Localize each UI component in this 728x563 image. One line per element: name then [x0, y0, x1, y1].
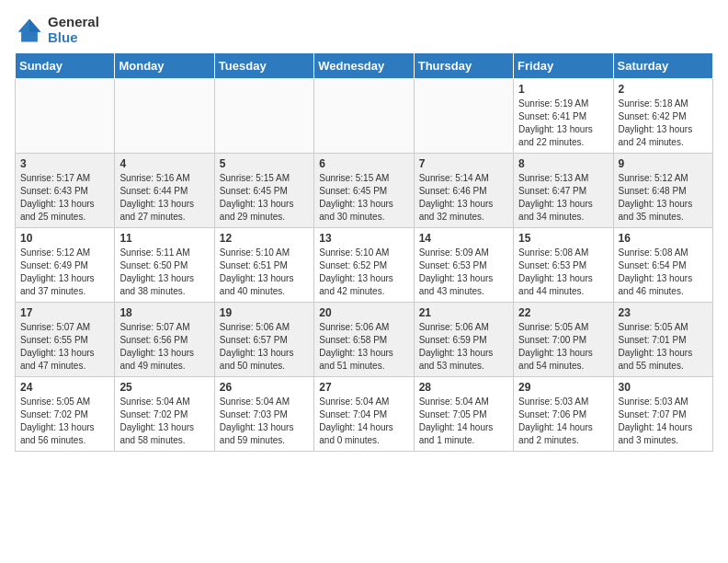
calendar-table: SundayMondayTuesdayWednesdayThursdayFrid…	[15, 52, 713, 452]
col-header-friday: Friday	[514, 53, 613, 79]
calendar-week-5: 24Sunrise: 5:05 AM Sunset: 7:02 PM Dayli…	[16, 377, 713, 452]
calendar-cell: 8Sunrise: 5:13 AM Sunset: 6:47 PM Daylig…	[514, 154, 613, 228]
calendar-cell: 9Sunrise: 5:12 AM Sunset: 6:48 PM Daylig…	[613, 154, 712, 228]
day-info: Sunrise: 5:12 AM Sunset: 6:48 PM Dayligh…	[619, 172, 708, 224]
day-number: 16	[619, 232, 708, 245]
col-header-wednesday: Wednesday	[314, 53, 414, 79]
day-info: Sunrise: 5:15 AM Sunset: 6:45 PM Dayligh…	[319, 172, 408, 224]
day-number: 15	[518, 232, 608, 245]
day-number: 22	[518, 306, 608, 319]
calendar-week-1: 1Sunrise: 5:19 AM Sunset: 6:41 PM Daylig…	[16, 79, 713, 154]
day-number: 13	[319, 232, 408, 245]
day-number: 11	[119, 232, 209, 245]
svg-marker-1	[29, 18, 40, 31]
day-number: 23	[619, 306, 708, 319]
calendar-cell: 17Sunrise: 5:07 AM Sunset: 6:55 PM Dayli…	[16, 303, 115, 377]
day-number: 28	[419, 381, 508, 394]
col-header-sunday: Sunday	[16, 53, 115, 79]
day-info: Sunrise: 5:04 AM Sunset: 7:02 PM Dayligh…	[119, 396, 209, 447]
calendar-cell: 2Sunrise: 5:18 AM Sunset: 6:42 PM Daylig…	[613, 79, 712, 154]
day-info: Sunrise: 5:10 AM Sunset: 6:51 PM Dayligh…	[220, 247, 309, 298]
day-number: 26	[220, 381, 309, 394]
day-info: Sunrise: 5:18 AM Sunset: 6:42 PM Dayligh…	[619, 98, 708, 149]
calendar-cell: 5Sunrise: 5:15 AM Sunset: 6:45 PM Daylig…	[214, 154, 313, 228]
calendar-cell: 13Sunrise: 5:10 AM Sunset: 6:52 PM Dayli…	[314, 228, 414, 303]
day-info: Sunrise: 5:06 AM Sunset: 6:58 PM Dayligh…	[319, 321, 408, 373]
day-number: 19	[220, 306, 309, 319]
day-number: 7	[419, 157, 508, 170]
day-number: 17	[20, 306, 109, 319]
day-info: Sunrise: 5:17 AM Sunset: 6:43 PM Dayligh…	[20, 172, 109, 224]
calendar-cell	[16, 79, 115, 154]
day-info: Sunrise: 5:03 AM Sunset: 7:07 PM Dayligh…	[619, 396, 708, 447]
day-number: 12	[220, 232, 309, 245]
day-number: 2	[619, 83, 708, 96]
calendar-cell	[115, 79, 214, 154]
day-info: Sunrise: 5:14 AM Sunset: 6:46 PM Dayligh…	[419, 172, 508, 224]
day-number: 24	[20, 381, 109, 394]
day-info: Sunrise: 5:12 AM Sunset: 6:49 PM Dayligh…	[20, 247, 109, 298]
day-number: 1	[518, 83, 608, 96]
calendar-week-2: 3Sunrise: 5:17 AM Sunset: 6:43 PM Daylig…	[16, 154, 713, 228]
day-number: 20	[319, 306, 408, 319]
day-info: Sunrise: 5:16 AM Sunset: 6:44 PM Dayligh…	[119, 172, 209, 224]
day-info: Sunrise: 5:08 AM Sunset: 6:54 PM Dayligh…	[619, 247, 708, 298]
calendar-cell: 14Sunrise: 5:09 AM Sunset: 6:53 PM Dayli…	[414, 228, 513, 303]
day-number: 10	[20, 232, 109, 245]
calendar-cell: 4Sunrise: 5:16 AM Sunset: 6:44 PM Daylig…	[115, 154, 214, 228]
day-number: 6	[319, 157, 408, 170]
calendar-cell: 29Sunrise: 5:03 AM Sunset: 7:06 PM Dayli…	[514, 377, 613, 452]
day-number: 25	[119, 381, 209, 394]
day-info: Sunrise: 5:11 AM Sunset: 6:50 PM Dayligh…	[119, 247, 209, 298]
day-info: Sunrise: 5:15 AM Sunset: 6:45 PM Dayligh…	[220, 172, 309, 224]
day-number: 18	[119, 306, 209, 319]
day-number: 4	[119, 157, 209, 170]
calendar-cell: 21Sunrise: 5:06 AM Sunset: 6:59 PM Dayli…	[414, 303, 513, 377]
calendar-week-4: 17Sunrise: 5:07 AM Sunset: 6:55 PM Dayli…	[16, 303, 713, 377]
day-number: 9	[619, 157, 708, 170]
day-info: Sunrise: 5:06 AM Sunset: 6:59 PM Dayligh…	[419, 321, 508, 373]
calendar-cell: 22Sunrise: 5:05 AM Sunset: 7:00 PM Dayli…	[514, 303, 613, 377]
day-info: Sunrise: 5:13 AM Sunset: 6:47 PM Dayligh…	[518, 172, 608, 224]
day-info: Sunrise: 5:10 AM Sunset: 6:52 PM Dayligh…	[319, 247, 408, 298]
calendar-cell: 7Sunrise: 5:14 AM Sunset: 6:46 PM Daylig…	[414, 154, 513, 228]
logo: General Blue	[15, 15, 99, 45]
calendar-cell: 25Sunrise: 5:04 AM Sunset: 7:02 PM Dayli…	[115, 377, 214, 452]
col-header-saturday: Saturday	[613, 53, 712, 79]
page-header: General Blue	[15, 15, 713, 45]
day-info: Sunrise: 5:04 AM Sunset: 7:03 PM Dayligh…	[220, 396, 309, 447]
calendar-cell: 28Sunrise: 5:04 AM Sunset: 7:05 PM Dayli…	[414, 377, 513, 452]
col-header-monday: Monday	[115, 53, 214, 79]
day-number: 3	[20, 157, 109, 170]
day-info: Sunrise: 5:07 AM Sunset: 6:55 PM Dayligh…	[20, 321, 109, 373]
calendar-cell	[314, 79, 414, 154]
day-info: Sunrise: 5:05 AM Sunset: 7:01 PM Dayligh…	[619, 321, 708, 373]
calendar-cell	[414, 79, 513, 154]
calendar-cell: 3Sunrise: 5:17 AM Sunset: 6:43 PM Daylig…	[16, 154, 115, 228]
calendar-header-row: SundayMondayTuesdayWednesdayThursdayFrid…	[16, 53, 713, 79]
day-info: Sunrise: 5:07 AM Sunset: 6:56 PM Dayligh…	[119, 321, 209, 373]
day-info: Sunrise: 5:04 AM Sunset: 7:04 PM Dayligh…	[319, 396, 408, 447]
day-info: Sunrise: 5:03 AM Sunset: 7:06 PM Dayligh…	[518, 396, 608, 447]
logo-icon	[15, 16, 44, 45]
calendar-cell: 1Sunrise: 5:19 AM Sunset: 6:41 PM Daylig…	[514, 79, 613, 154]
calendar-cell: 11Sunrise: 5:11 AM Sunset: 6:50 PM Dayli…	[115, 228, 214, 303]
calendar-cell: 20Sunrise: 5:06 AM Sunset: 6:58 PM Dayli…	[314, 303, 414, 377]
calendar-cell: 12Sunrise: 5:10 AM Sunset: 6:51 PM Dayli…	[214, 228, 313, 303]
calendar-week-3: 10Sunrise: 5:12 AM Sunset: 6:49 PM Dayli…	[16, 228, 713, 303]
logo-general: General	[48, 15, 99, 30]
calendar-cell: 10Sunrise: 5:12 AM Sunset: 6:49 PM Dayli…	[16, 228, 115, 303]
calendar-cell: 18Sunrise: 5:07 AM Sunset: 6:56 PM Dayli…	[115, 303, 214, 377]
day-info: Sunrise: 5:06 AM Sunset: 6:57 PM Dayligh…	[220, 321, 309, 373]
calendar-cell: 30Sunrise: 5:03 AM Sunset: 7:07 PM Dayli…	[613, 377, 712, 452]
day-info: Sunrise: 5:05 AM Sunset: 7:00 PM Dayligh…	[518, 321, 608, 373]
day-info: Sunrise: 5:04 AM Sunset: 7:05 PM Dayligh…	[419, 396, 508, 447]
day-number: 8	[518, 157, 608, 170]
day-info: Sunrise: 5:05 AM Sunset: 7:02 PM Dayligh…	[20, 396, 109, 447]
calendar-cell: 23Sunrise: 5:05 AM Sunset: 7:01 PM Dayli…	[613, 303, 712, 377]
calendar-cell: 16Sunrise: 5:08 AM Sunset: 6:54 PM Dayli…	[613, 228, 712, 303]
calendar-cell: 6Sunrise: 5:15 AM Sunset: 6:45 PM Daylig…	[314, 154, 414, 228]
day-number: 21	[419, 306, 508, 319]
logo-blue: Blue	[48, 30, 99, 46]
day-number: 29	[518, 381, 608, 394]
